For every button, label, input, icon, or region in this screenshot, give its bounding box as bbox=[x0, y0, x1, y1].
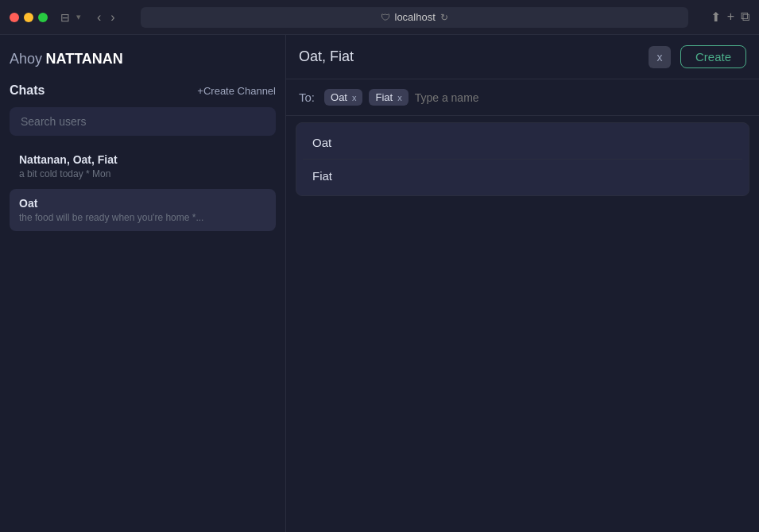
url-text: localhost bbox=[395, 11, 436, 23]
remove-recipient-oat-button[interactable]: x bbox=[352, 93, 357, 102]
chat-item-name: Oat bbox=[19, 197, 266, 210]
recipient-name: Oat bbox=[331, 91, 347, 103]
chats-label: Chats bbox=[10, 83, 45, 98]
greeting-text: Ahoy bbox=[10, 51, 42, 67]
share-icon[interactable]: ⬆ bbox=[711, 10, 721, 25]
forward-button[interactable]: › bbox=[107, 9, 118, 26]
suggestion-item-fiat[interactable]: Fiat bbox=[296, 160, 749, 192]
username-text: NATTANAN bbox=[45, 51, 122, 67]
search-container bbox=[10, 107, 276, 136]
suggestion-name: Oat bbox=[312, 136, 331, 149]
recipient-name: Fiat bbox=[375, 91, 393, 103]
titlebar: ⊟ ▾ ‹ › 🛡 localhost ↻ ⬆ + ⧉ bbox=[0, 0, 759, 35]
chevron-down-icon[interactable]: ▾ bbox=[76, 12, 81, 22]
create-channel-button[interactable]: +Create Channel bbox=[197, 85, 276, 97]
recipient-tag-fiat: Fiat x bbox=[369, 89, 408, 106]
sidebar-toggle-icon[interactable]: ⊟ bbox=[60, 11, 70, 24]
titlebar-nav: ‹ › bbox=[94, 9, 118, 26]
recipient-tag-oat: Oat x bbox=[324, 89, 362, 106]
chat-item-name: Nattanan, Oat, Fiat bbox=[19, 153, 266, 166]
suggestions-container: Oat Fiat bbox=[296, 122, 749, 196]
tabs-icon[interactable]: ⧉ bbox=[741, 10, 749, 25]
suggestion-name: Fiat bbox=[312, 169, 332, 183]
chat-item-preview: the food will be ready when you're home … bbox=[19, 212, 266, 223]
close-panel-button[interactable]: x bbox=[649, 46, 671, 68]
url-bar[interactable]: 🛡 localhost ↻ bbox=[141, 7, 688, 28]
channel-header: Oat, Fiat x Create bbox=[286, 35, 759, 79]
sidebar: Ahoy NATTANAN Chats +Create Channel Natt… bbox=[0, 35, 286, 532]
back-button[interactable]: ‹ bbox=[94, 9, 104, 26]
remove-recipient-fiat-button[interactable]: x bbox=[397, 93, 402, 102]
suggestion-item-oat[interactable]: Oat bbox=[296, 126, 749, 159]
main-panel: Oat, Fiat x Create To: Oat x Fiat x Oat bbox=[286, 35, 759, 532]
reload-icon[interactable]: ↻ bbox=[440, 12, 448, 23]
new-tab-icon[interactable]: + bbox=[727, 10, 734, 25]
minimize-window-button[interactable] bbox=[24, 13, 33, 22]
to-label: To: bbox=[299, 91, 315, 104]
chat-item-preview: a bit cold today * Mon bbox=[19, 168, 266, 179]
sidebar-header: Ahoy NATTANAN bbox=[10, 48, 276, 71]
chats-header: Chats +Create Channel bbox=[10, 83, 276, 98]
to-field: To: Oat x Fiat x bbox=[286, 79, 759, 116]
traffic-lights bbox=[10, 13, 48, 22]
close-window-button[interactable] bbox=[10, 13, 19, 22]
chat-list: Nattanan, Oat, Fiat a bit cold today * M… bbox=[10, 145, 276, 231]
channel-title: Oat, Fiat bbox=[299, 48, 639, 65]
list-item[interactable]: Nattanan, Oat, Fiat a bit cold today * M… bbox=[10, 145, 276, 187]
type-name-input[interactable] bbox=[415, 91, 746, 104]
maximize-window-button[interactable] bbox=[38, 13, 48, 22]
list-item[interactable]: Oat the food will be ready when you're h… bbox=[10, 189, 276, 231]
search-input[interactable] bbox=[10, 107, 276, 136]
app-layout: Ahoy NATTANAN Chats +Create Channel Natt… bbox=[0, 35, 759, 532]
security-icon: 🛡 bbox=[381, 12, 390, 23]
titlebar-actions: ⬆ + ⧉ bbox=[711, 10, 749, 25]
create-button[interactable]: Create bbox=[680, 45, 746, 68]
